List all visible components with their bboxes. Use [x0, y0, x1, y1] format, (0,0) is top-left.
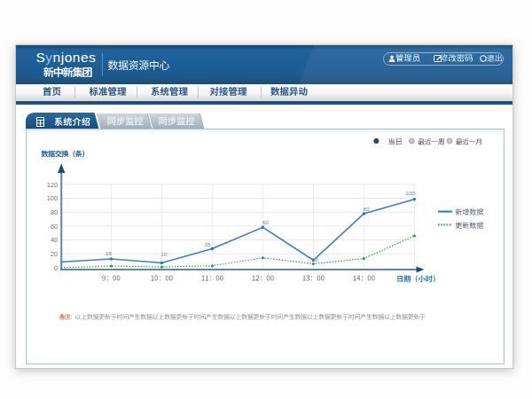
svg-text:120: 120 — [47, 181, 58, 189]
svg-text:18: 18 — [106, 250, 112, 256]
svg-text:10: 10 — [160, 251, 167, 257]
svg-text:20: 20 — [51, 250, 58, 258]
svg-text:100: 100 — [47, 194, 58, 202]
svg-text:10: 10 — [312, 256, 318, 262]
svg-text:60: 60 — [51, 223, 58, 231]
svg-text:60: 60 — [262, 219, 269, 225]
svg-text:100: 100 — [405, 190, 415, 196]
svg-text:80: 80 — [364, 206, 370, 212]
svg-text:80: 80 — [51, 208, 58, 216]
svg-text:40: 40 — [51, 236, 58, 244]
svg-text:0: 0 — [54, 264, 58, 272]
svg-text:35: 35 — [205, 241, 211, 247]
